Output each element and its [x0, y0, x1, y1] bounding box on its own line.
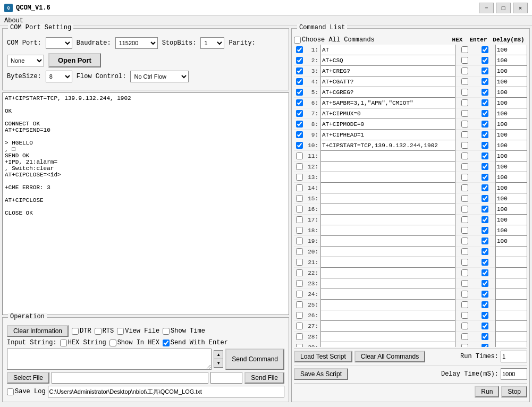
cmd-row-delay-input[interactable] — [495, 55, 527, 66]
dtr-checkbox[interactable] — [72, 328, 79, 335]
cmd-row-input[interactable] — [320, 278, 455, 290]
cmd-row-checkbox[interactable] — [296, 46, 303, 53]
cmd-row-enter-checkbox[interactable] — [482, 110, 488, 117]
cmd-row-hex-checkbox[interactable] — [461, 238, 468, 244]
cmd-row-checkbox[interactable] — [296, 121, 303, 128]
cmd-row-hex-checkbox[interactable] — [461, 89, 468, 96]
cmd-row-enter-checkbox[interactable] — [482, 184, 488, 191]
cmd-row-enter-checkbox[interactable] — [482, 57, 488, 64]
hex-string-checkbox-label[interactable]: HEX String — [60, 339, 106, 346]
cmd-row-hex-checkbox[interactable] — [461, 280, 468, 287]
cmd-row-input[interactable] — [320, 320, 455, 332]
cmd-row-delay-input[interactable] — [495, 76, 527, 88]
cmd-row-hex-checkbox[interactable] — [461, 206, 468, 213]
cmd-row-input[interactable] — [320, 214, 455, 226]
cmd-row-checkbox[interactable] — [296, 142, 303, 149]
cmd-row-delay-input[interactable] — [495, 140, 527, 151]
cmd-row-hex-checkbox[interactable] — [461, 312, 468, 319]
cmd-row-enter-checkbox[interactable] — [482, 152, 488, 159]
cmd-row-enter-checkbox[interactable] — [482, 131, 488, 138]
cmd-row-hex-checkbox[interactable] — [461, 291, 468, 298]
save-log-checkbox-label[interactable]: Save Log — [7, 388, 46, 395]
choose-all-checkbox[interactable] — [294, 37, 301, 44]
cmd-row-enter-checkbox[interactable] — [482, 121, 488, 128]
cmd-row-hex-checkbox[interactable] — [461, 184, 468, 191]
cmd-row-delay-input[interactable] — [495, 161, 527, 173]
show-in-hex-checkbox[interactable] — [109, 340, 116, 346]
cmd-row-delay-input[interactable] — [495, 257, 527, 268]
cmd-row-hex-checkbox[interactable] — [461, 57, 468, 64]
cmd-row-checkbox[interactable] — [296, 323, 303, 329]
cmd-row-input[interactable] — [320, 235, 455, 247]
cmd-row-enter-checkbox[interactable] — [482, 248, 488, 255]
cmd-row-input[interactable] — [320, 45, 455, 56]
cmd-row-checkbox[interactable] — [296, 333, 303, 340]
cmd-row-input[interactable] — [320, 331, 455, 343]
cmd-row-checkbox[interactable] — [296, 291, 303, 298]
cmd-row-checkbox[interactable] — [296, 269, 303, 276]
cmd-row-enter-checkbox[interactable] — [482, 67, 488, 74]
cmd-row-input[interactable] — [320, 118, 455, 130]
cmd-row-checkbox[interactable] — [296, 312, 303, 319]
cmd-row-input[interactable] — [320, 310, 455, 321]
cmd-row-delay-input[interactable] — [495, 108, 527, 120]
baudrate-select[interactable]: 115200 9600 38400 — [115, 37, 158, 49]
cmd-row-enter-checkbox[interactable] — [482, 78, 488, 85]
send-with-enter-checkbox[interactable] — [163, 340, 170, 346]
cmd-row-enter-checkbox[interactable] — [482, 206, 488, 213]
stop-button[interactable]: Stop — [501, 386, 527, 397]
cmd-row-input[interactable] — [320, 257, 455, 268]
cmd-row-input[interactable] — [320, 140, 455, 151]
cmd-row-input[interactable] — [320, 225, 455, 236]
log-area[interactable]: AT+CIPSTART=TCP, 139.9.132.244, 1902 OK … — [2, 92, 289, 315]
cmd-row-delay-input[interactable] — [495, 87, 527, 98]
cmd-row-delay-input[interactable] — [495, 267, 527, 279]
send-file-button[interactable]: Send File — [244, 372, 284, 384]
cmd-row-hex-checkbox[interactable] — [461, 259, 468, 266]
cmd-row-enter-checkbox[interactable] — [482, 99, 488, 106]
cmd-row-input[interactable] — [320, 289, 455, 300]
save-script-button[interactable]: Save As Script — [294, 368, 348, 380]
cmd-row-input[interactable] — [320, 65, 455, 77]
cmd-row-delay-input[interactable] — [495, 97, 527, 109]
cmd-row-hex-checkbox[interactable] — [461, 227, 468, 234]
cmd-row-enter-checkbox[interactable] — [482, 163, 488, 170]
cmd-row-input[interactable] — [320, 267, 455, 279]
cmd-row-checkbox[interactable] — [296, 248, 303, 255]
show-time-checkbox-label[interactable]: Show Time — [163, 327, 205, 335]
cmd-row-delay-input[interactable] — [495, 310, 527, 321]
rts-checkbox[interactable] — [95, 328, 102, 335]
cmd-row-hex-checkbox[interactable] — [461, 323, 468, 329]
show-in-hex-checkbox-label[interactable]: Show In HEX — [109, 339, 159, 346]
cmd-row-input[interactable] — [320, 246, 455, 258]
cmd-row-enter-checkbox[interactable] — [482, 174, 488, 181]
cmd-row-enter-checkbox[interactable] — [482, 344, 488, 347]
cmd-row-input[interactable] — [320, 76, 455, 88]
cmd-row-enter-checkbox[interactable] — [482, 323, 488, 329]
cmd-row-delay-input[interactable] — [495, 278, 527, 290]
cmd-row-checkbox[interactable] — [296, 184, 303, 191]
cmd-row-input[interactable] — [320, 108, 455, 120]
cmd-row-delay-input[interactable] — [495, 172, 527, 183]
cmd-row-delay-input[interactable] — [495, 204, 527, 215]
cmd-row-checkbox[interactable] — [296, 195, 303, 202]
cmd-row-hex-checkbox[interactable] — [461, 248, 468, 255]
cmd-row-hex-checkbox[interactable] — [461, 301, 468, 308]
cmd-row-delay-input[interactable] — [495, 150, 527, 162]
cmd-row-enter-checkbox[interactable] — [482, 280, 488, 287]
view-file-checkbox-label[interactable]: View File — [117, 327, 159, 335]
cmd-row-checkbox[interactable] — [296, 227, 303, 234]
cmd-row-enter-checkbox[interactable] — [482, 333, 488, 340]
cmd-row-input[interactable] — [320, 193, 455, 205]
cmd-row-checkbox[interactable] — [296, 152, 303, 159]
cmd-row-enter-checkbox[interactable] — [482, 89, 488, 96]
cmd-row-checkbox[interactable] — [296, 67, 303, 74]
view-file-checkbox[interactable] — [117, 328, 124, 335]
cmd-row-input[interactable] — [320, 97, 455, 109]
cmd-row-checkbox[interactable] — [296, 57, 303, 64]
cmd-row-enter-checkbox[interactable] — [482, 301, 488, 308]
cmd-row-hex-checkbox[interactable] — [461, 131, 468, 138]
cmd-row-delay-input[interactable] — [495, 214, 527, 226]
cmd-row-hex-checkbox[interactable] — [461, 46, 468, 53]
spin-down-button[interactable]: ▼ — [214, 359, 223, 368]
